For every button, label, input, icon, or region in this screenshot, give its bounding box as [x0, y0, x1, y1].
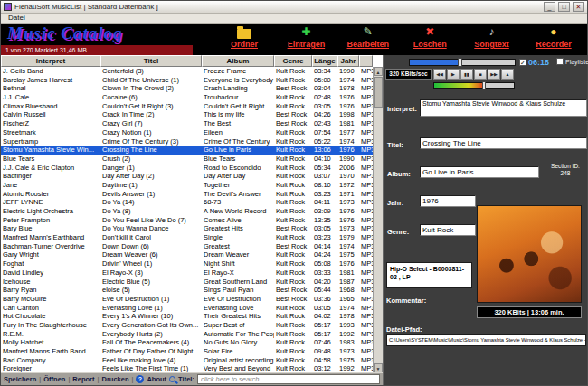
column-header-1[interactable]: Titel: [100, 55, 202, 67]
scrollbar-thumb[interactable]: [374, 77, 383, 108]
statusbar-button-report[interactable]: Report: [72, 375, 94, 383]
statusbar: Speichern|Öffnen|Report|Drucken| ? About…: [1, 372, 383, 385]
stop-button[interactable]: ■: [474, 69, 487, 80]
table-row[interactable]: David LindleyEl Rayo-X (3)El Rayo-XKult …: [1, 268, 373, 278]
genre-field[interactable]: Kult Rock: [420, 224, 476, 236]
table-row[interactable]: Fury In The SlaughterhouseEvery Generati…: [1, 321, 373, 330]
pause-button[interactable]: ▮▮: [460, 69, 473, 80]
table-row[interactable]: Hot ChocolateEvery 1's A Winner (10)Thei…: [1, 312, 373, 321]
datei-pfad-field[interactable]: C:\Users\SYSTEM\Music\Music\Stomu Yamash…: [386, 334, 586, 346]
album-field[interactable]: Go Live in Paris: [420, 166, 539, 178]
table-cell: 08:10: [312, 181, 337, 190]
table-row[interactable]: Blue TearsCrush (2)Blue TearsKult Rock04…: [1, 155, 373, 164]
separator: |: [39, 375, 41, 383]
table-cell: 03:05: [312, 224, 337, 233]
table-cell: MP3: [359, 364, 373, 372]
table-row[interactable]: BadfingerDay After Day (2)Day After DayK…: [1, 172, 373, 181]
table-cell: Bachman-Turner Overdrive: [1, 242, 100, 251]
table-cell: David Lindley: [1, 268, 100, 278]
label-info-box[interactable]: Hip-O Select - B0003811-02 , LP: [386, 262, 472, 288]
interpret-field[interactable]: Stomu Yamashta Stevie Winwood & Klaus Sc…: [420, 99, 587, 117]
statusbar-button-drucken[interactable]: Drucken: [101, 375, 128, 383]
column-header-2[interactable]: Album: [202, 55, 274, 67]
eject-button[interactable]: ▲: [501, 69, 514, 80]
playliste-checkbox[interactable]: [556, 58, 564, 65]
table-row[interactable]: IcehouseElectric Blue (5)Great Southern …: [1, 278, 373, 287]
separator: |: [98, 375, 100, 383]
table-row[interactable]: JaneDaytime (1)TogetherKult Rock08:10197…: [1, 181, 373, 190]
column-header-5[interactable]: Jahr: [337, 55, 359, 67]
table-row[interactable]: Atomic RoosterDevils Answer (1)The Devil…: [1, 190, 373, 199]
table-row[interactable]: Barry Ryaneloise (5)Sings Paul RyanBest …: [1, 286, 373, 295]
titel-label: Titel:: [387, 141, 403, 149]
help-icon[interactable]: ?: [136, 375, 144, 383]
table-row[interactable]: Manfred Mann's EarthbandDon't kill it Ca…: [1, 233, 373, 242]
menubar: Datei: [1, 14, 587, 24]
table-row[interactable]: BethnalClown In The Crowd (2)Crash Landi…: [1, 84, 373, 93]
toolbar-button-bearbeiten[interactable]: ✎Bearbeiten: [340, 25, 396, 54]
table-row[interactable]: Electric Light OrchestraDo Ya (8)A New W…: [1, 207, 373, 216]
table-row[interactable]: Bad CompanyFeel like making love (4)Orig…: [1, 356, 373, 365]
titel-field[interactable]: Crossing The Line: [420, 137, 587, 149]
close-button[interactable]: ✕: [573, 2, 584, 12]
time-checkbox[interactable]: ✓: [519, 59, 526, 66]
scroll-down-icon[interactable]: ▼: [374, 363, 383, 372]
table-row[interactable]: FoghatDrivin' Wheel (1)Night ShiftKult R…: [1, 259, 373, 268]
statusbar-button-speichern[interactable]: Speichern: [4, 375, 36, 383]
table-row[interactable]: Climax BluesbandCouldn't Get It Right (3…: [1, 102, 373, 111]
table-row[interactable]: Stomu Yamashta Stevie Win...Crossing The…: [1, 146, 373, 155]
song-table-body: J. Geils BandCenterfold (3)Freeze FrameK…: [1, 67, 373, 372]
table-row[interactable]: SupertrampCrime Of The Century (3)Crime …: [1, 137, 373, 146]
play-button[interactable]: ▶: [447, 69, 460, 80]
seek-slider[interactable]: [409, 59, 516, 66]
table-row[interactable]: JEFF LYNNEDo Ya (14)68-73Kult Rock04:111…: [1, 198, 373, 207]
jahr-field[interactable]: 1976: [420, 195, 476, 207]
table-row[interactable]: Molly HatchetFall Of The Peacemakers (4)…: [1, 338, 373, 347]
toolbar-button-songtext[interactable]: ♪Songtext: [464, 25, 520, 54]
toolbar-button-recorder[interactable]: ●Recorder: [526, 25, 582, 54]
table-row[interactable]: Bary BlueDo You Wanna DanceGreatest Hits…: [1, 224, 373, 233]
table-cell: MP3: [359, 278, 373, 287]
table-row[interactable]: J. Geils BandCenterfold (3)Freeze FrameK…: [1, 67, 373, 76]
menu-datei[interactable]: Datei: [5, 14, 28, 22]
table-row[interactable]: Gary WrightDream Weaver (6)Dream WeaverK…: [1, 250, 373, 259]
table-row[interactable]: ForeignerFeels Like The First Time (1)Ve…: [1, 364, 373, 372]
column-header-4[interactable]: Länge: [312, 55, 337, 67]
table-cell: 1970: [337, 172, 359, 181]
previous-button[interactable]: ◀◀: [433, 69, 446, 80]
column-header-6[interactable]: [359, 55, 373, 67]
minimize-button[interactable]: _: [544, 2, 555, 12]
table-row[interactable]: FischerZCrazy Girl (7)The BestBest Rock0…: [1, 119, 373, 128]
toolbar-button-ordner[interactable]: Ordner: [216, 25, 272, 54]
table-row[interactable]: Barry McGuireEve Of Destruction (1)Eve O…: [1, 295, 373, 304]
table-row[interactable]: Calvin RussellCrack In Time (2)This is m…: [1, 110, 373, 119]
table-row[interactable]: Manfred Manns Earth BandFather Of Day Fa…: [1, 347, 373, 356]
maximize-button[interactable]: □: [558, 2, 570, 12]
volume-slider[interactable]: [433, 82, 515, 89]
table-row[interactable]: R.E.M.Everybody Hurts (2)Automatic For T…: [1, 330, 373, 339]
toolbar-button-eintragen[interactable]: ✚Eintragen: [278, 25, 334, 54]
time-display-group: ✓ 06:18: [519, 58, 549, 67]
next-button[interactable]: ▶▶: [488, 69, 500, 80]
seek-thumb[interactable]: [458, 58, 462, 67]
table-row[interactable]: J.J. CaleCocaine (6)TroubadourKult Rock0…: [1, 93, 373, 102]
table-row[interactable]: Barclay James HarvestChild Of The Univer…: [1, 76, 373, 85]
table-cell: Do Ya (8): [100, 207, 202, 216]
table-row[interactable]: Carl CarltonEverlasting Love (1)Everlast…: [1, 304, 373, 313]
table-scrollbar[interactable]: ▲ ▼: [373, 67, 383, 372]
column-header-0[interactable]: Interpret: [1, 55, 100, 67]
table-cell: MP3: [359, 172, 373, 181]
table-cell: MP3: [359, 268, 373, 278]
statusbar-button-oeffnen[interactable]: Öffnen: [43, 375, 65, 383]
volume-thumb[interactable]: [482, 81, 486, 89]
table-row[interactable]: Peter FramptonDo You Feel Like We Do (7)…: [1, 216, 373, 225]
search-input[interactable]: [197, 374, 380, 384]
table-row[interactable]: StreetmarkCrazy Notion (1)EileenKult Roc…: [1, 128, 373, 137]
column-header-3[interactable]: Genre: [274, 55, 312, 67]
table-row[interactable]: Bachman-Turner OverdriveDown Down (6)Gre…: [1, 242, 373, 251]
table-cell: MP3: [359, 286, 373, 295]
toolbar-button-loeschen[interactable]: ✖Löschen: [402, 25, 458, 54]
scroll-up-icon[interactable]: ▲: [374, 67, 383, 76]
about-button[interactable]: About: [147, 375, 166, 383]
table-row[interactable]: J.J. Cale & Eric ClaptonDanger (1)Road t…: [1, 164, 373, 173]
